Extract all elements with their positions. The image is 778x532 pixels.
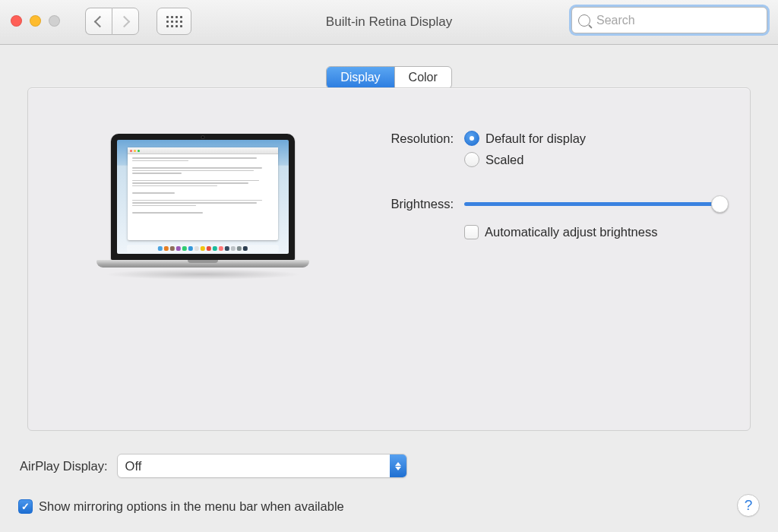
brightness-row: Brightness: Automatically adjust brightn… bbox=[368, 196, 727, 239]
radio-default-for-display[interactable]: Default for display bbox=[464, 131, 727, 146]
checkbox-label: Automatically adjust brightness bbox=[485, 225, 657, 239]
display-thumbnail bbox=[96, 134, 309, 280]
brightness-slider[interactable] bbox=[464, 196, 727, 211]
checkbox-icon bbox=[18, 499, 33, 514]
radio-label: Scaled bbox=[485, 153, 523, 167]
settings-panel: Resolution: Default for display Scaled B… bbox=[27, 87, 751, 431]
tab-segment: Display Color bbox=[326, 66, 452, 89]
radio-scaled[interactable]: Scaled bbox=[464, 152, 727, 167]
help-button[interactable]: ? bbox=[737, 494, 760, 517]
slider-thumb[interactable] bbox=[711, 195, 729, 213]
mirroring-row: Show mirroring options in the menu bar w… bbox=[18, 499, 760, 514]
search-input[interactable] bbox=[595, 13, 735, 28]
auto-brightness-checkbox[interactable]: Automatically adjust brightness bbox=[464, 225, 727, 239]
tab-color[interactable]: Color bbox=[394, 67, 451, 88]
radio-icon bbox=[464, 152, 479, 167]
checkbox-label: Show mirroring options in the menu bar w… bbox=[39, 499, 344, 514]
radio-icon bbox=[464, 131, 479, 146]
airplay-row: AirPlay Display: Off bbox=[18, 454, 760, 478]
toolbar: Built-in Retina Display bbox=[0, 0, 778, 45]
bottom-area: AirPlay Display: Off Show mirroring opti… bbox=[0, 443, 778, 532]
airplay-label: AirPlay Display: bbox=[20, 459, 108, 473]
tab-bar: Display Color bbox=[0, 45, 778, 89]
resolution-row: Resolution: Default for display Scaled bbox=[368, 131, 727, 173]
slider-track bbox=[464, 202, 727, 206]
search-icon bbox=[578, 14, 590, 27]
mirroring-checkbox[interactable]: Show mirroring options in the menu bar w… bbox=[18, 499, 344, 514]
tab-display[interactable]: Display bbox=[327, 67, 394, 88]
radio-label: Default for display bbox=[485, 131, 586, 146]
airplay-value: Off bbox=[125, 459, 142, 473]
resolution-label: Resolution: bbox=[368, 131, 454, 146]
help-icon: ? bbox=[745, 497, 753, 514]
search-field[interactable] bbox=[571, 7, 767, 33]
checkbox-icon bbox=[464, 225, 479, 239]
popup-arrows-icon bbox=[390, 454, 406, 477]
brightness-label: Brightness: bbox=[368, 196, 454, 211]
display-settings: Resolution: Default for display Scaled B… bbox=[368, 131, 727, 262]
airplay-popup[interactable]: Off bbox=[117, 454, 407, 478]
